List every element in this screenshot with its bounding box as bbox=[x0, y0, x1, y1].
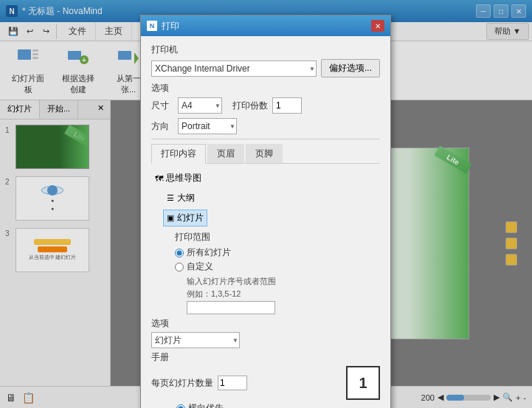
preview-box: 1 bbox=[346, 366, 380, 400]
per-page-label: 每页幻灯片数量 bbox=[151, 377, 213, 390]
dialog-body: 打印机 XChange Internal Driver ▼ 偏好选项... 选项… bbox=[141, 36, 390, 408]
radio-custom-label: 自定义 bbox=[187, 260, 213, 273]
sort-horizontal-radio[interactable] bbox=[176, 404, 185, 409]
size-row: 尺寸 A4 ▼ 打印份数 bbox=[151, 97, 380, 114]
range-input-area: 输入幻灯片序号或者范围 例如：1,3,5-12 bbox=[187, 276, 380, 314]
dialog-overlay: N 打印 ✕ 打印机 XChange Internal Driver ▼ 偏好选… bbox=[0, 0, 532, 408]
direction-select[interactable]: Portrait Landscape bbox=[178, 118, 237, 134]
sort-h-row: 横向优先 bbox=[176, 402, 224, 408]
app-window: N * 无标题 - NovaMind ─ □ ✕ 💾 ↩ ↪ 文件 主页 插入 … bbox=[0, 0, 532, 408]
sort-radio-group: 横向优先 纵向优先 bbox=[176, 402, 224, 408]
printer-row: XChange Internal Driver ▼ 偏好选项... bbox=[151, 59, 380, 77]
outline-icon: ☰ bbox=[167, 193, 174, 203]
copies-input[interactable] bbox=[272, 97, 302, 114]
dialog-close-button[interactable]: ✕ bbox=[371, 20, 384, 32]
size-label: 尺寸 bbox=[151, 100, 173, 112]
dialog-icon: N bbox=[147, 21, 157, 31]
dialog-title: 打印 bbox=[162, 20, 371, 32]
per-page-row: 每页幻灯片数量 1 2 4 6 1 bbox=[151, 366, 380, 400]
print-range-label: 打印范围 bbox=[175, 231, 380, 243]
handout-section: 手册 每页幻灯片数量 1 2 4 6 1 bbox=[151, 351, 380, 408]
tree-item-mindmap: 🗺 思维导图 bbox=[151, 170, 380, 187]
divider-1 bbox=[151, 139, 380, 139]
radio-group-range: 所有幻灯片 自定义 bbox=[175, 246, 380, 273]
range-hint: 输入幻灯片序号或者范围 bbox=[187, 276, 380, 287]
radio-all-label: 所有幻灯片 bbox=[187, 246, 231, 259]
mindmap-icon: 🗺 bbox=[155, 174, 163, 183]
handout-label: 手册 bbox=[151, 351, 380, 364]
print-range-section: 打印范围 所有幻灯片 自定义 输入幻灯片序 bbox=[175, 231, 380, 314]
size-select-wrapper: A4 ▼ bbox=[178, 97, 222, 114]
direction-row: 方向 Portrait Landscape ▼ bbox=[151, 118, 380, 134]
slides-tree-icon: ▣ bbox=[167, 213, 174, 223]
mindmap-item[interactable]: 🗺 思维导图 bbox=[151, 170, 205, 187]
radio-all-row: 所有幻灯片 bbox=[175, 246, 380, 259]
printer-select[interactable]: XChange Internal Driver bbox=[151, 60, 317, 77]
radio-all[interactable] bbox=[175, 249, 184, 257]
slides-tree-label: 幻灯片 bbox=[177, 212, 204, 224]
options-select-wrapper: 幻灯片 讲义 备注 ▼ bbox=[151, 332, 240, 348]
direction-select-wrapper: Portrait Landscape ▼ bbox=[178, 118, 237, 134]
options-select[interactable]: 幻灯片 讲义 备注 bbox=[151, 332, 240, 348]
tab-header[interactable]: 页眉 bbox=[207, 144, 244, 163]
options-select-section: 选项 幻灯片 讲义 备注 ▼ bbox=[151, 317, 380, 348]
radio-custom-row: 自定义 bbox=[175, 260, 380, 273]
radio-custom[interactable] bbox=[175, 263, 184, 272]
dialog-tabs: 打印内容 页眉 页脚 bbox=[151, 144, 380, 164]
range-text-input[interactable] bbox=[187, 301, 275, 314]
print-tree-section: 🗺 思维导图 ☰ 大纲 ▣ bbox=[151, 170, 380, 227]
mindmap-label: 思维导图 bbox=[166, 172, 201, 184]
printer-select-wrapper: XChange Internal Driver ▼ bbox=[151, 60, 317, 77]
range-example: 例如：1,3,5-12 bbox=[187, 288, 380, 300]
sort-row: 排序 横向优先 纵向优先 bbox=[151, 402, 380, 408]
outline-label: 大纲 bbox=[177, 192, 195, 204]
tab-footer[interactable]: 页脚 bbox=[246, 144, 283, 163]
direction-label: 方向 bbox=[151, 120, 173, 133]
dialog-title-bar: N 打印 ✕ bbox=[141, 15, 390, 36]
slides-item[interactable]: ▣ 幻灯片 bbox=[163, 210, 207, 227]
printer-section-label: 打印机 bbox=[151, 44, 380, 56]
size-select[interactable]: A4 bbox=[178, 97, 222, 114]
outline-item[interactable]: ☰ 大纲 bbox=[163, 190, 198, 207]
tab-print-content[interactable]: 打印内容 bbox=[151, 144, 206, 164]
sort-h-label: 横向优先 bbox=[188, 402, 224, 408]
print-dialog: N 打印 ✕ 打印机 XChange Internal Driver ▼ 偏好选… bbox=[140, 15, 391, 408]
tree-item-outline: ☰ 大纲 bbox=[151, 190, 380, 207]
options-header-label: 选项 bbox=[151, 82, 380, 94]
per-page-select-wrapper: 1 2 4 6 bbox=[218, 376, 247, 390]
preferences-button[interactable]: 偏好选项... bbox=[321, 59, 380, 77]
print-content-tab-body: 🗺 思维导图 ☰ 大纲 ▣ bbox=[151, 170, 380, 408]
copies-label: 打印份数 bbox=[232, 100, 268, 112]
tree-item-slides: ▣ 幻灯片 bbox=[151, 210, 380, 227]
per-page-select[interactable]: 1 2 4 6 bbox=[218, 376, 247, 390]
options-select-label: 选项 bbox=[151, 317, 380, 330]
